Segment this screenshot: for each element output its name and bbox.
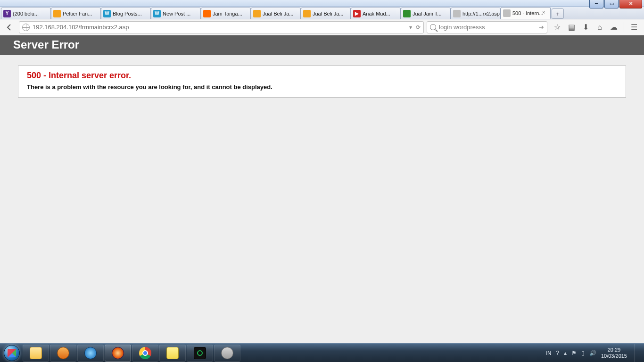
windows-taskbar: IN ? ▴ ⚑ ▯ 🔊 20:29 10/03/2015: [0, 343, 644, 362]
reading-list-icon[interactable]: ▤: [567, 23, 576, 32]
tray-help-icon[interactable]: ?: [556, 350, 559, 356]
task-ie[interactable]: [77, 345, 104, 362]
tab-label: Blog Posts...: [113, 11, 142, 16]
navigation-toolbar: 192.168.204.102/frmmainbcrx2.asp ▾ ⟳ log…: [0, 19, 644, 35]
tab-favicon: [253, 10, 261, 17]
new-tab-button[interactable]: +: [552, 8, 564, 19]
browser-tab[interactable]: Jam Tanga...: [201, 8, 251, 19]
browser-tab[interactable]: ▶Anak Mud...: [351, 8, 401, 19]
tray-time: 20:29: [601, 347, 627, 353]
tab-favicon: [403, 10, 411, 17]
task-camera[interactable]: [187, 345, 213, 362]
bookmark-star-icon[interactable]: ☆: [553, 23, 561, 32]
maximize-button[interactable]: ▭: [604, 0, 619, 8]
tab-label: 500 - Intern...: [512, 10, 543, 16]
page-viewport: Server Error 500 - Internal server error…: [0, 35, 644, 343]
error-box: 500 - Internal server error. There is a …: [18, 66, 626, 98]
search-icon: [430, 24, 436, 30]
error-banner: Server Error: [0, 35, 644, 55]
window-titlebar: ━ ▭ ✕: [0, 0, 644, 7]
input-language[interactable]: IN: [546, 350, 551, 356]
caption-buttons: ━ ▭ ✕: [588, 0, 642, 8]
task-media-player[interactable]: [50, 345, 76, 362]
tab-favicon: [203, 10, 211, 17]
error-code-heading: 500 - Internal server error.: [27, 71, 617, 81]
tab-label: Jual Beli Ja...: [313, 11, 343, 16]
url-text: 192.168.204.102/frmmainbcrx2.asp: [33, 24, 409, 31]
url-bar[interactable]: 192.168.204.102/frmmainbcrx2.asp ▾ ⟳: [19, 21, 424, 33]
tab-label: New Post ...: [163, 11, 190, 16]
back-button[interactable]: [3, 21, 16, 34]
tray-clock[interactable]: 20:29 10/03/2015: [601, 347, 627, 359]
tray-chevron-icon[interactable]: ▴: [564, 350, 567, 356]
chat-icon[interactable]: ☁: [610, 23, 618, 32]
toolbar-separator: [624, 22, 624, 33]
tab-favicon: [453, 10, 461, 17]
downloads-icon[interactable]: ⬇: [581, 23, 590, 32]
task-chrome[interactable]: [132, 345, 158, 362]
tray-volume-icon[interactable]: 🔊: [589, 350, 596, 356]
tab-favicon: W: [153, 10, 161, 17]
globe-icon: [22, 24, 30, 31]
tab-favicon: W: [103, 10, 111, 17]
toolbar-icons: ☆ ▤ ⬇ ⌂ ☁ ☰: [550, 22, 641, 33]
tab-label: Jam Tanga...: [213, 11, 242, 16]
browser-tab[interactable]: Y(200 belu...: [1, 8, 51, 19]
task-explorer[interactable]: [23, 345, 49, 362]
task-sticky-notes[interactable]: [159, 345, 186, 362]
browser-tab[interactable]: Jual Jam T...: [401, 8, 451, 19]
close-button[interactable]: ✕: [619, 0, 642, 8]
minimize-button[interactable]: ━: [589, 0, 603, 8]
tray-date: 10/03/2015: [601, 353, 627, 359]
tab-favicon: Y: [3, 10, 11, 17]
tab-label: (200 belu...: [13, 11, 39, 16]
tab-close-icon[interactable]: ×: [542, 9, 549, 16]
browser-tab[interactable]: http://1...rx2.asp: [451, 8, 501, 19]
tab-favicon: [503, 9, 511, 17]
error-message: There is a problem with the resource you…: [27, 83, 617, 90]
browser-tab[interactable]: Peltier Fan...: [51, 8, 101, 19]
search-box[interactable]: login wordpresss ➜: [427, 21, 547, 33]
home-icon[interactable]: ⌂: [595, 23, 604, 32]
tab-label: http://1...rx2.asp: [462, 11, 500, 16]
tab-label: Jual Beli Ja...: [263, 11, 293, 16]
tray-flag-icon[interactable]: ⚑: [571, 350, 577, 356]
search-input[interactable]: login wordpresss: [439, 24, 485, 31]
arrow-left-icon: [6, 24, 13, 31]
tab-label: Jual Jam T...: [413, 11, 442, 16]
system-tray: IN ? ▴ ⚑ ▯ 🔊 20:29 10/03/2015: [546, 344, 642, 362]
tab-strip: Y(200 belu...Peltier Fan...WBlog Posts..…: [0, 7, 644, 19]
reload-button[interactable]: ⟳: [416, 24, 421, 31]
tab-label: Anak Mud...: [363, 11, 390, 16]
windows-logo-icon: [4, 345, 20, 361]
start-button[interactable]: [2, 344, 22, 362]
tab-favicon: ▶: [353, 10, 361, 17]
show-desktop-button[interactable]: [635, 344, 639, 362]
reader-mode-icon[interactable]: ▾: [409, 24, 412, 31]
menu-icon[interactable]: ☰: [630, 23, 638, 32]
tray-network-icon[interactable]: ▯: [581, 350, 585, 356]
task-volume-tool[interactable]: [214, 345, 240, 362]
url-right-controls: ▾ ⟳: [409, 24, 421, 31]
browser-tab[interactable]: Jual Beli Ja...: [251, 8, 301, 19]
tab-label: Peltier Fan...: [63, 11, 92, 16]
search-go-icon[interactable]: ➜: [539, 24, 544, 31]
task-firefox[interactable]: [105, 345, 131, 362]
browser-tab[interactable]: WNew Post ...: [151, 8, 201, 19]
browser-tab[interactable]: WBlog Posts...: [101, 8, 151, 19]
browser-tab[interactable]: Jual Beli Ja...: [301, 8, 351, 19]
tab-favicon: [303, 10, 311, 17]
browser-tab[interactable]: 500 - Intern...×: [501, 7, 551, 19]
tab-favicon: [53, 10, 61, 17]
